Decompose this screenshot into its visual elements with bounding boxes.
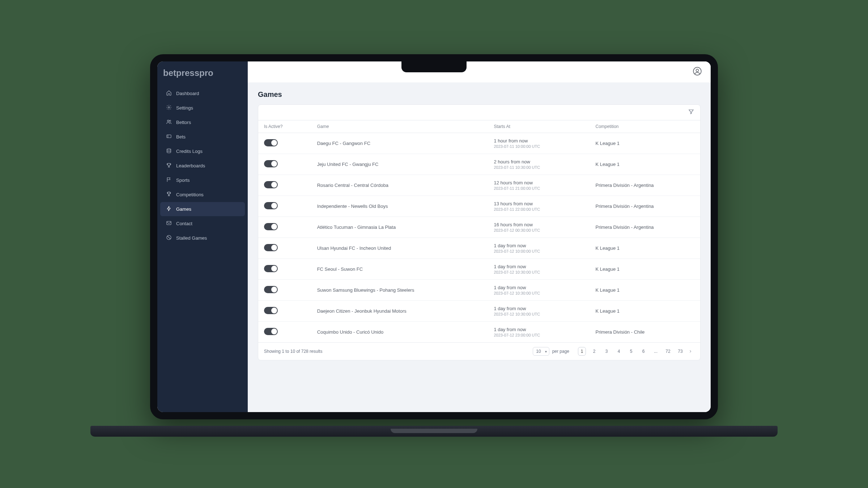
sidebar-item-label: Contact	[176, 221, 192, 226]
active-toggle[interactable]	[264, 328, 278, 335]
sidebar-item-label: Bettors	[176, 120, 191, 125]
sidebar: betpresspro DashboardSettingsBettorsBets…	[157, 61, 248, 412]
flag-icon	[166, 177, 172, 184]
page-button[interactable]: 4	[615, 347, 623, 356]
starts-relative: 1 day from now	[494, 327, 584, 332]
svg-point-7	[693, 67, 701, 75]
cell-starts: 1 day from now2023-07-12 10:30:00 UTC	[488, 301, 590, 322]
page-button[interactable]: 72	[664, 347, 672, 356]
cell-competition: Primera División - Argentina	[590, 217, 700, 238]
active-toggle[interactable]	[264, 244, 278, 251]
sidebar-item-settings[interactable]: Settings	[160, 101, 245, 115]
block-icon	[166, 235, 172, 241]
content-area: Games Is Active	[248, 82, 711, 412]
sidebar-item-leaderboards[interactable]: Leaderboards	[160, 159, 245, 173]
cell-starts: 2 hours from now2023-07-11 10:30:00 UTC	[488, 154, 590, 175]
starts-relative: 1 hour from now	[494, 138, 584, 144]
sidebar-item-label: Games	[176, 206, 191, 212]
per-page-select[interactable]: 10 ▾	[533, 347, 549, 356]
active-toggle[interactable]	[264, 307, 278, 314]
user-avatar-icon[interactable]	[693, 67, 702, 77]
cell-starts: 1 day from now2023-07-12 10:30:00 UTC	[488, 280, 590, 301]
page-button[interactable]: 6	[639, 347, 647, 356]
col-header-starts: Starts At	[488, 120, 590, 133]
screen-bezel: betpresspro DashboardSettingsBettorsBets…	[150, 54, 718, 419]
table-row[interactable]: Ulsan Hyundai FC - Incheon United1 day f…	[258, 238, 700, 259]
starts-absolute: 2023-07-12 10:30:00 UTC	[494, 270, 584, 274]
table-row[interactable]: Coquimbo Unido - Curicó Unido1 day from …	[258, 322, 700, 343]
active-toggle[interactable]	[264, 286, 278, 293]
sidebar-item-bets[interactable]: Bets	[160, 130, 245, 144]
starts-absolute: 2023-07-11 10:30:00 UTC	[494, 165, 584, 170]
svg-point-8	[696, 69, 699, 72]
cell-competition: K League 1	[590, 280, 700, 301]
page-button[interactable]: 3	[603, 347, 610, 356]
cell-starts: 1 day from now2023-07-12 10:00:00 UTC	[488, 238, 590, 259]
active-toggle[interactable]	[264, 265, 278, 272]
cell-competition: Primera División - Argentina	[590, 175, 700, 196]
cell-game: Jeju United FC - Gwangju FC	[311, 154, 488, 175]
sidebar-item-label: Leaderboards	[176, 163, 205, 168]
home-icon	[166, 90, 172, 97]
cell-game: Daegu FC - Gangwon FC	[311, 133, 488, 154]
filter-icon[interactable]	[688, 108, 694, 116]
starts-absolute: 2023-07-12 10:00:00 UTC	[494, 249, 584, 253]
cell-competition: K League 1	[590, 301, 700, 322]
sidebar-item-sports[interactable]: Sports	[160, 173, 245, 187]
display-notch	[401, 61, 467, 72]
next-page-button[interactable]	[686, 347, 694, 356]
active-toggle[interactable]	[264, 160, 278, 167]
table-row[interactable]: Jeju United FC - Gwangju FC2 hours from …	[258, 154, 700, 175]
sidebar-item-dashboard[interactable]: Dashboard	[160, 86, 245, 100]
starts-absolute: 2023-07-11 10:00:00 UTC	[494, 144, 584, 149]
sidebar-item-label: Competitions	[176, 192, 204, 197]
table-row[interactable]: Rosario Central - Central Córdoba12 hour…	[258, 175, 700, 196]
sidebar-item-stalled-games[interactable]: Stalled Games	[160, 231, 245, 245]
sidebar-item-label: Bets	[176, 134, 186, 140]
starts-relative: 1 day from now	[494, 285, 584, 290]
table-row[interactable]: Daejeon Citizen - Jeonbuk Hyundai Motors…	[258, 301, 700, 322]
cell-competition: K League 1	[590, 259, 700, 280]
laptop-lip	[391, 429, 477, 433]
cell-competition: Primera División - Argentina	[590, 196, 700, 217]
topbar	[248, 61, 711, 82]
sidebar-item-bettors[interactable]: Bettors	[160, 115, 245, 129]
page-button[interactable]: 2	[590, 347, 598, 356]
sidebar-item-label: Credits Logs	[176, 149, 203, 154]
sidebar-item-label: Settings	[176, 105, 193, 111]
starts-absolute: 2023-07-12 10:30:00 UTC	[494, 291, 584, 295]
page-ellipsis: ...	[652, 347, 660, 356]
active-toggle[interactable]	[264, 223, 278, 230]
table-row[interactable]: Suwon Samsung Bluewings - Pohang Steeler…	[258, 280, 700, 301]
cell-starts: 1 day from now2023-07-12 23:00:00 UTC	[488, 322, 590, 343]
starts-relative: 13 hours from now	[494, 201, 584, 206]
active-toggle[interactable]	[264, 202, 278, 209]
svg-point-4	[167, 149, 171, 150]
starts-absolute: 2023-07-11 22:00:00 UTC	[494, 207, 584, 211]
page-button[interactable]: 5	[627, 347, 635, 356]
table-row[interactable]: Daegu FC - Gangwon FC1 hour from now2023…	[258, 133, 700, 154]
table-row[interactable]: Independiente - Newells Old Boys13 hours…	[258, 196, 700, 217]
active-toggle[interactable]	[264, 181, 278, 188]
sidebar-item-games[interactable]: Games	[160, 202, 245, 216]
chevron-down-icon: ▾	[545, 350, 547, 354]
cell-starts: 12 hours from now2023-07-11 21:00:00 UTC	[488, 175, 590, 196]
sidebar-item-competitions[interactable]: Competitions	[160, 188, 245, 202]
active-toggle[interactable]	[264, 139, 278, 146]
pager: Showing 1 to 10 of 728 results 10 ▾ per …	[258, 342, 700, 360]
table-row[interactable]: FC Seoul - Suwon FC1 day from now2023-07…	[258, 259, 700, 280]
starts-absolute: 2023-07-11 21:00:00 UTC	[494, 186, 584, 191]
page-button[interactable]: 73	[676, 347, 684, 356]
ticket-icon	[166, 133, 172, 140]
cup-icon	[166, 191, 172, 198]
cell-game: Daejeon Citizen - Jeonbuk Hyundai Motors	[311, 301, 488, 322]
cell-starts: 13 hours from now2023-07-11 22:00:00 UTC	[488, 196, 590, 217]
cell-game: Suwon Samsung Bluewings - Pohang Steeler…	[311, 280, 488, 301]
users-icon	[166, 119, 172, 126]
sidebar-item-contact[interactable]: Contact	[160, 217, 245, 231]
gear-icon	[166, 104, 172, 111]
page-button[interactable]: 1	[578, 347, 586, 356]
sidebar-item-credits-logs[interactable]: Credits Logs	[160, 144, 245, 158]
filter-bar	[258, 105, 700, 120]
table-row[interactable]: Atlético Tucuman - Gimnasia La Plata16 h…	[258, 217, 700, 238]
